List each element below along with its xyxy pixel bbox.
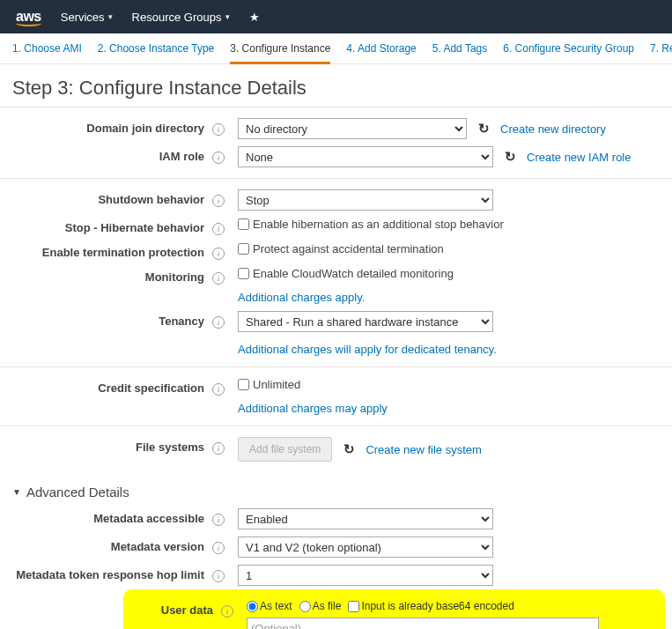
step-choose-ami[interactable]: 1. Choose AMI: [12, 42, 82, 55]
user-data-label: User data: [132, 600, 218, 617]
info-icon[interactable]: i: [210, 536, 227, 554]
create-file-system-link[interactable]: Create new file system: [366, 443, 482, 456]
resource-groups-menu[interactable]: Resource Groups▾: [132, 11, 230, 24]
tenancy-select[interactable]: Shared - Run a shared hardware instance: [238, 311, 493, 332]
refresh-icon[interactable]: ↻: [476, 121, 491, 137]
hibernate-checkbox[interactable]: [238, 218, 249, 230]
info-icon[interactable]: i: [210, 508, 227, 526]
as-file-label: As file: [313, 600, 342, 612]
info-icon[interactable]: i: [210, 267, 227, 285]
aws-logo[interactable]: aws: [16, 9, 41, 25]
info-icon[interactable]: i: [210, 218, 227, 235]
user-data-as-text-radio[interactable]: [247, 601, 258, 612]
services-label: Services: [61, 11, 105, 24]
termination-protection-checkbox-label: Protect against accidental termination: [253, 242, 444, 255]
info-icon[interactable]: i: [210, 146, 227, 164]
add-file-system-button[interactable]: Add file system: [238, 437, 332, 462]
wizard-steps: 1. Choose AMI 2. Choose Instance Type 3.…: [0, 33, 672, 64]
credit-charges-link[interactable]: Additional charges may apply: [238, 402, 388, 415]
info-icon[interactable]: i: [210, 311, 227, 329]
chevron-down-icon: ▾: [108, 12, 113, 21]
metadata-accessible-label: Metadata accessible: [0, 508, 210, 525]
pin-icon[interactable]: ★: [249, 11, 260, 24]
file-systems-label: File systems: [0, 437, 210, 454]
monitoring-charges-link[interactable]: Additional charges apply.: [238, 291, 365, 304]
services-menu[interactable]: Services▾: [61, 11, 113, 24]
info-icon[interactable]: i: [210, 378, 227, 396]
tenancy-label: Tenancy: [0, 311, 210, 328]
metadata-version-select[interactable]: V1 and V2 (token optional): [238, 536, 493, 558]
hibernate-checkbox-label: Enable hibernation as an additional stop…: [253, 218, 504, 231]
advanced-details-label: Advanced Details: [26, 485, 129, 500]
page-title: Step 3: Configure Instance Details: [0, 64, 672, 107]
termination-protection-checkbox[interactable]: [238, 243, 249, 255]
info-icon[interactable]: i: [210, 118, 227, 136]
monitoring-checkbox[interactable]: [238, 268, 249, 279]
triangle-down-icon: ▼: [12, 487, 21, 497]
credit-specification-label: Credit specification: [0, 378, 210, 395]
user-data-as-file-radio[interactable]: [299, 601, 311, 612]
refresh-icon[interactable]: ↻: [502, 149, 518, 165]
metadata-hop-limit-select[interactable]: 1: [238, 565, 493, 586]
create-directory-link[interactable]: Create new directory: [500, 122, 606, 136]
create-iam-role-link[interactable]: Create new IAM role: [527, 151, 631, 164]
metadata-version-label: Metadata version: [0, 536, 210, 553]
chevron-down-icon: ▾: [225, 12, 230, 21]
info-icon[interactable]: i: [210, 437, 227, 455]
metadata-accessible-select[interactable]: Enabled: [238, 508, 493, 529]
base64-label: Input is already base64 encoded: [361, 600, 513, 612]
step-review[interactable]: 7. Review: [650, 42, 672, 55]
iam-role-select[interactable]: None: [238, 146, 493, 167]
step-security-group[interactable]: 6. Configure Security Group: [503, 42, 634, 55]
shutdown-behavior-select[interactable]: Stop: [238, 189, 493, 211]
user-data-highlight: User data i As text As file Input is alr…: [123, 589, 665, 629]
iam-role-label: IAM role: [0, 146, 210, 163]
domain-directory-label: Domain join directory: [0, 118, 210, 135]
shutdown-behavior-label: Shutdown behavior: [0, 189, 210, 206]
base64-encoded-checkbox[interactable]: [348, 601, 359, 612]
domain-directory-select[interactable]: No directory: [238, 118, 467, 139]
info-icon[interactable]: i: [218, 600, 236, 618]
monitoring-checkbox-label: Enable CloudWatch detailed monitoring: [253, 267, 454, 280]
top-nav-bar: aws Services▾ Resource Groups▾ ★: [0, 0, 672, 33]
termination-protection-label: Enable termination protection: [0, 242, 210, 259]
credit-unlimited-label: Unlimited: [253, 378, 300, 391]
info-icon[interactable]: i: [210, 189, 227, 207]
refresh-icon[interactable]: ↻: [341, 441, 357, 457]
advanced-details-toggle[interactable]: ▼Advanced Details: [0, 472, 672, 505]
step-add-tags[interactable]: 5. Add Tags: [432, 42, 488, 55]
metadata-hop-limit-label: Metadata token response hop limit: [0, 565, 210, 581]
tenancy-charges-link[interactable]: Additional charges will apply for dedica…: [238, 343, 497, 356]
monitoring-label: Monitoring: [0, 267, 210, 284]
hibernate-label: Stop - Hibernate behavior: [0, 218, 210, 234]
as-text-label: As text: [260, 600, 292, 612]
info-icon[interactable]: i: [210, 565, 227, 582]
credit-unlimited-checkbox[interactable]: [238, 379, 249, 390]
resource-groups-label: Resource Groups: [132, 11, 222, 24]
user-data-textarea[interactable]: [247, 618, 599, 629]
step-choose-instance-type[interactable]: 2. Choose Instance Type: [98, 42, 215, 55]
info-icon[interactable]: i: [210, 242, 227, 260]
step-add-storage[interactable]: 4. Add Storage: [346, 42, 416, 55]
step-configure-instance[interactable]: 3. Configure Instance: [230, 42, 330, 64]
